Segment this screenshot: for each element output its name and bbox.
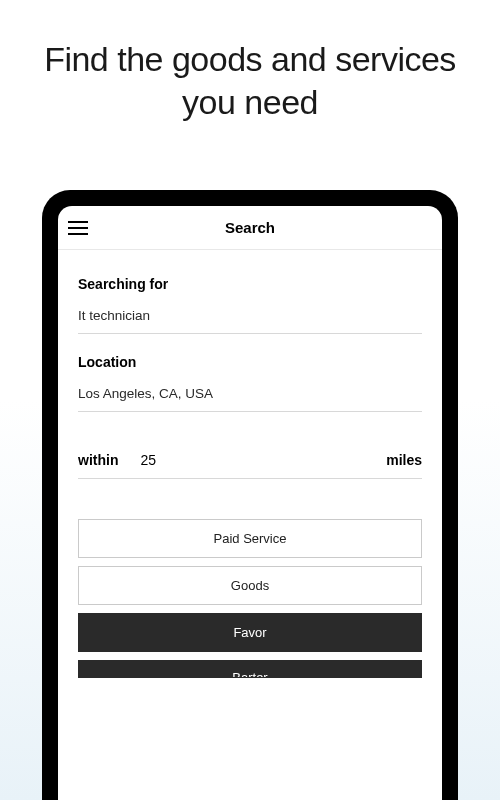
distance-unit: miles [386, 452, 422, 468]
favor-button[interactable]: Favor [78, 613, 422, 652]
hero-title: Find the goods and services you need [0, 0, 500, 147]
paid-service-button[interactable]: Paid Service [78, 519, 422, 558]
distance-input[interactable]: 25 [140, 452, 386, 468]
page-title: Search [58, 219, 442, 236]
location-input[interactable]: Los Angeles, CA, USA [78, 386, 422, 412]
barter-button[interactable]: Barter [78, 660, 422, 678]
distance-row: within 25 miles [78, 452, 422, 479]
goods-button[interactable]: Goods [78, 566, 422, 605]
tablet-screen: Search Searching for It technician Locat… [58, 206, 442, 800]
searching-for-group: Searching for It technician [78, 276, 422, 334]
search-form: Searching for It technician Location Los… [58, 250, 442, 678]
within-label: within [78, 452, 118, 468]
searching-for-input[interactable]: It technician [78, 308, 422, 334]
searching-for-label: Searching for [78, 276, 422, 292]
location-group: Location Los Angeles, CA, USA [78, 354, 422, 412]
top-bar: Search [58, 206, 442, 250]
tablet-frame: Search Searching for It technician Locat… [42, 190, 458, 800]
hamburger-icon[interactable] [68, 221, 88, 235]
location-label: Location [78, 354, 422, 370]
